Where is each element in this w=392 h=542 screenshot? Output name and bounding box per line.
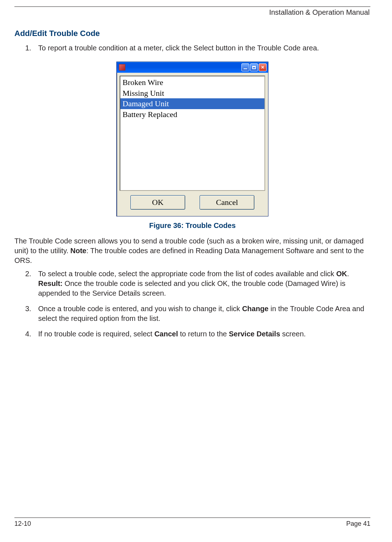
close-icon: ✕ bbox=[261, 65, 264, 70]
step-list: 1. To report a trouble condition at a me… bbox=[25, 43, 370, 53]
minimize-button[interactable] bbox=[241, 63, 249, 71]
text: Once a trouble code is entered, and you … bbox=[38, 305, 242, 313]
footer-right: Page 41 bbox=[346, 520, 370, 528]
ok-button[interactable]: OK bbox=[130, 195, 185, 210]
step-number: 2. bbox=[25, 269, 38, 298]
step-text: To report a trouble condition at a meter… bbox=[38, 43, 370, 53]
text: . bbox=[347, 270, 349, 278]
step-number: 1. bbox=[25, 43, 38, 53]
step-number: 3. bbox=[25, 304, 38, 323]
list-item: 1. To report a trouble condition at a me… bbox=[25, 43, 370, 53]
change-ref: Change bbox=[242, 305, 268, 313]
titlebar-left bbox=[119, 64, 125, 71]
step-text: Once a trouble code is entered, and you … bbox=[38, 304, 370, 323]
step-text: To select a trouble code, select the app… bbox=[38, 269, 370, 298]
minimize-icon bbox=[244, 68, 247, 69]
note-label: Note bbox=[70, 247, 86, 255]
dialog-titlebar[interactable]: ✕ bbox=[117, 62, 268, 73]
text: screen. bbox=[280, 330, 306, 338]
list-item[interactable]: Battery Replaced bbox=[120, 109, 264, 120]
document-page: Installation & Operation Manual Add/Edit… bbox=[0, 0, 392, 542]
footer-rule bbox=[14, 518, 370, 518]
paragraph: The Trouble Code screen allows you to se… bbox=[14, 236, 370, 265]
cancel-button[interactable]: Cancel bbox=[200, 195, 254, 210]
text: To select a trouble code, select the app… bbox=[38, 270, 336, 278]
list-item-selected[interactable]: Damaged Unit bbox=[120, 98, 264, 109]
trouble-code-dialog: ✕ Broken Wire Missing Unit Damaged Unit … bbox=[116, 62, 268, 216]
window-controls: ✕ bbox=[241, 63, 267, 71]
figure-caption: Figure 36: Trouble Codes bbox=[14, 221, 370, 230]
cancel-ref: Cancel bbox=[154, 330, 178, 338]
list-item: 4. If no trouble code is required, selec… bbox=[25, 329, 370, 339]
app-icon bbox=[119, 64, 125, 71]
text: If no trouble code is required, select bbox=[38, 330, 154, 338]
footer-row: 12-10 Page 41 bbox=[14, 520, 370, 528]
header-doc-title: Installation & Operation Manual bbox=[14, 7, 370, 20]
step-number: 4. bbox=[25, 329, 38, 339]
step-list: 2. To select a trouble code, select the … bbox=[25, 269, 370, 339]
result-label: Result: bbox=[38, 279, 63, 287]
figure-wrap: ✕ Broken Wire Missing Unit Damaged Unit … bbox=[14, 62, 370, 216]
list-item[interactable]: Missing Unit bbox=[120, 88, 264, 99]
result-text: Once the trouble code is selected and yo… bbox=[38, 279, 346, 297]
dialog-client-area: Broken Wire Missing Unit Damaged Unit Ba… bbox=[117, 73, 268, 216]
maximize-button[interactable] bbox=[250, 63, 258, 71]
page-footer: 12-10 Page 41 bbox=[14, 518, 370, 528]
list-item: 3. Once a trouble code is entered, and y… bbox=[25, 304, 370, 323]
section-title: Add/Edit Trouble Code bbox=[14, 29, 370, 38]
footer-left: 12-10 bbox=[14, 520, 31, 528]
service-details-ref: Service Details bbox=[229, 330, 280, 338]
dialog-button-row: OK Cancel bbox=[120, 191, 265, 213]
close-button[interactable]: ✕ bbox=[259, 63, 267, 71]
trouble-code-listbox[interactable]: Broken Wire Missing Unit Damaged Unit Ba… bbox=[120, 76, 265, 191]
list-item[interactable]: Broken Wire bbox=[120, 77, 264, 88]
step-text: If no trouble code is required, select C… bbox=[38, 329, 370, 339]
maximize-icon bbox=[252, 66, 256, 69]
list-item: 2. To select a trouble code, select the … bbox=[25, 269, 370, 298]
text: to return to the bbox=[178, 330, 229, 338]
ok-ref: OK bbox=[336, 270, 347, 278]
